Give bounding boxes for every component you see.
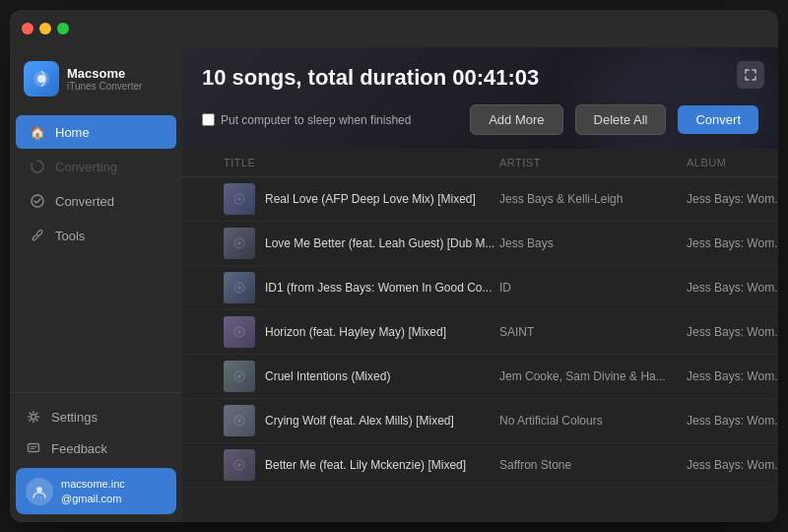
logo-icon <box>24 61 59 97</box>
sleep-label: Put computer to sleep when finished <box>221 113 411 127</box>
sidebar-bottom: Settings Feedback <box>10 392 182 522</box>
row-album: Jess Bays: Wom... <box>687 325 778 339</box>
row-artist: Jem Cooke, Sam Divine & Ha... <box>499 369 687 383</box>
song-title: ID1 (from Jess Bays: Women In Good Co... <box>265 281 492 295</box>
song-title: Better Me (feat. Lily Mckenzie) [Mixed] <box>265 458 466 472</box>
row-title-cell: Crying Wolf (feat. Alex Mills) [Mixed] <box>224 405 499 436</box>
content-title: 10 songs, total duration 00:41:03 <box>202 65 758 91</box>
toolbar: Put computer to sleep when finished Add … <box>202 104 758 135</box>
songs-table: TITLE ARTIST ALBUM DURATION Real Love (A… <box>182 149 778 522</box>
row-artist: Jess Bays & Kelli-Leigh <box>499 192 687 206</box>
svg-point-17 <box>237 419 241 423</box>
svg-point-7 <box>237 197 241 201</box>
table-header: TITLE ARTIST ALBUM DURATION <box>182 149 778 177</box>
song-thumbnail <box>224 316 255 348</box>
sleep-checkbox[interactable]: Put computer to sleep when finished <box>202 113 458 127</box>
sidebar-item-home[interactable]: 🏠 Home <box>16 115 176 149</box>
user-card[interactable]: macsome.inc @gmail.com <box>16 468 176 514</box>
col-header-num <box>194 157 224 168</box>
table-row[interactable]: Better Me (feat. Lily Mckenzie) [Mixed] … <box>182 443 778 488</box>
row-artist: No Artificial Colours <box>499 414 687 428</box>
col-header-album: ALBUM <box>687 157 778 168</box>
row-artist: SAINT <box>499 325 687 339</box>
titlebar <box>10 10 778 47</box>
logo-text: Macsome iTunes Converter <box>67 66 142 92</box>
svg-point-3 <box>32 415 36 420</box>
sidebar-settings-label: Settings <box>51 410 98 425</box>
sidebar-item-tools[interactable]: Tools <box>16 219 176 252</box>
sidebar-feedback-label: Feedback <box>51 441 107 456</box>
sleep-checkbox-input[interactable] <box>202 113 215 126</box>
close-button[interactable] <box>22 23 33 34</box>
row-title-cell: Better Me (feat. Lily Mckenzie) [Mixed] <box>224 449 499 481</box>
add-more-button[interactable]: Add More <box>470 104 562 135</box>
row-title-cell: Real Love (AFP Deep Love Mix) [Mixed] <box>224 183 499 215</box>
table-row[interactable]: Crying Wolf (feat. Alex Mills) [Mixed] N… <box>182 399 778 443</box>
song-thumbnail <box>224 183 255 215</box>
app-logo: Macsome iTunes Converter <box>10 51 182 110</box>
app-title: Macsome <box>67 66 142 81</box>
row-title-cell: Cruel Intentions (Mixed) <box>224 361 499 392</box>
svg-point-15 <box>237 374 241 378</box>
content-header: 10 songs, total duration 00:41:03 Put co… <box>182 47 778 149</box>
table-row[interactable]: Real Love (AFP Deep Love Mix) [Mixed] Je… <box>182 177 778 222</box>
sidebar-nav: 🏠 Home Converting <box>10 110 182 392</box>
sidebar-item-settings[interactable]: Settings <box>16 401 176 432</box>
row-title-cell: Horizon (feat. Hayley May) [Mixed] <box>224 316 499 348</box>
table-row[interactable]: Cruel Intentions (Mixed) Jem Cooke, Sam … <box>182 355 778 399</box>
row-artist: ID <box>499 281 687 295</box>
user-email: macsome.inc @gmail.com <box>61 477 125 505</box>
row-album: Jess Bays: Wom... <box>687 458 778 472</box>
settings-icon <box>26 409 41 425</box>
home-icon: 🏠 <box>30 124 45 140</box>
sidebar-item-converting[interactable]: Converting <box>16 150 176 183</box>
content-area: 10 songs, total duration 00:41:03 Put co… <box>182 47 778 522</box>
row-artist: Jess Bays <box>499 236 687 250</box>
svg-point-11 <box>237 286 241 290</box>
song-thumbnail <box>224 361 255 392</box>
sidebar-item-converted-label: Converted <box>55 194 114 209</box>
row-artist: Saffron Stone <box>499 458 687 472</box>
sidebar-item-home-label: Home <box>55 125 90 140</box>
maximize-button[interactable] <box>57 23 69 34</box>
sidebar-item-feedback[interactable]: Feedback <box>16 432 176 464</box>
song-thumbnail <box>224 405 255 436</box>
col-header-title: TITLE <box>224 157 499 168</box>
converted-icon <box>30 193 45 209</box>
table-row[interactable]: Love Me Better (feat. Leah Guest) [Dub M… <box>182 222 778 266</box>
song-title: Real Love (AFP Deep Love Mix) [Mixed] <box>265 192 476 206</box>
song-title: Crying Wolf (feat. Alex Mills) [Mixed] <box>265 414 454 428</box>
tools-icon <box>30 228 45 243</box>
user-avatar <box>26 478 53 505</box>
app-subtitle: iTunes Converter <box>67 81 142 92</box>
main-layout: Macsome iTunes Converter 🏠 Home <box>10 47 778 522</box>
svg-point-19 <box>237 463 241 467</box>
app-window: Macsome iTunes Converter 🏠 Home <box>10 10 778 522</box>
convert-button[interactable]: Convert <box>678 105 758 134</box>
row-title-cell: ID1 (from Jess Bays: Women In Good Co... <box>224 272 499 303</box>
row-album: Jess Bays: Wom... <box>687 236 778 250</box>
delete-all-button[interactable]: Delete All <box>575 104 667 135</box>
sidebar-item-converting-label: Converting <box>55 160 117 174</box>
converting-icon <box>30 159 45 174</box>
row-album: Jess Bays: Wom... <box>687 414 778 428</box>
svg-point-9 <box>237 241 241 245</box>
row-album: Jess Bays: Wom... <box>687 281 778 295</box>
row-title-cell: Love Me Better (feat. Leah Guest) [Dub M… <box>224 228 499 259</box>
table-row[interactable]: Horizon (feat. Hayley May) [Mixed] SAINT… <box>182 310 778 355</box>
table-body: Real Love (AFP Deep Love Mix) [Mixed] Je… <box>182 177 778 515</box>
sidebar: Macsome iTunes Converter 🏠 Home <box>10 47 182 522</box>
svg-point-5 <box>36 487 42 493</box>
song-thumbnail <box>224 272 255 303</box>
sidebar-item-converted[interactable]: Converted <box>16 184 176 218</box>
minimize-button[interactable] <box>39 23 51 34</box>
col-header-artist: ARTIST <box>499 157 687 168</box>
traffic-lights <box>22 23 69 34</box>
song-thumbnail <box>224 228 255 259</box>
song-title: Cruel Intentions (Mixed) <box>265 369 390 383</box>
sidebar-item-tools-label: Tools <box>55 229 85 243</box>
svg-rect-4 <box>29 444 39 452</box>
table-row[interactable]: ID1 (from Jess Bays: Women In Good Co...… <box>182 266 778 310</box>
song-title: Horizon (feat. Hayley May) [Mixed] <box>265 325 446 339</box>
row-album: Jess Bays: Wom... <box>687 192 778 206</box>
